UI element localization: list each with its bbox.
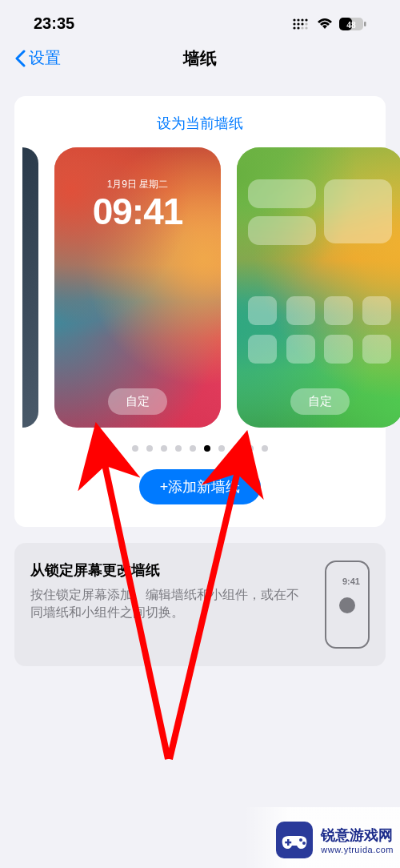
svg-point-1 bbox=[297, 18, 299, 21]
help-title: 从锁定屏幕更改墙纸 bbox=[30, 561, 310, 580]
preview-home[interactable]: 自定 bbox=[237, 147, 400, 428]
wallpaper-carousel[interactable]: 1月9日 星期二 09:41 自定 自定 bbox=[14, 147, 386, 428]
lock-date: 1月9日 星期二 bbox=[54, 178, 221, 191]
status-right: 48 bbox=[293, 18, 366, 30]
widget-large bbox=[324, 179, 392, 243]
battery-icon: 48 bbox=[339, 18, 366, 30]
widget-small bbox=[248, 179, 316, 208]
watermark-text: 锐意游戏网 www.ytruida.com bbox=[321, 826, 394, 854]
app-icon bbox=[286, 335, 315, 364]
lock-time: 09:41 bbox=[54, 193, 221, 230]
app-icon bbox=[248, 335, 277, 364]
svg-rect-14 bbox=[364, 22, 366, 26]
svg-point-11 bbox=[305, 26, 307, 29]
dot[interactable] bbox=[262, 445, 268, 452]
svg-point-10 bbox=[301, 26, 303, 29]
dot[interactable] bbox=[175, 445, 182, 452]
battery-level: 48 bbox=[346, 19, 356, 29]
svg-point-9 bbox=[297, 26, 299, 29]
dot[interactable] bbox=[218, 445, 225, 452]
svg-point-5 bbox=[297, 22, 299, 25]
back-button[interactable]: 设置 bbox=[14, 47, 61, 69]
svg-point-18 bbox=[302, 842, 306, 845]
app-icon bbox=[324, 335, 353, 364]
wallpaper-card: 设为当前墙纸 1月9日 星期二 09:41 自定 bbox=[14, 96, 386, 527]
svg-point-0 bbox=[293, 18, 295, 21]
app-icon bbox=[286, 296, 315, 325]
preview-prev-peek[interactable] bbox=[22, 147, 38, 428]
home-widgets bbox=[248, 179, 392, 245]
dot[interactable] bbox=[247, 445, 254, 452]
page-title: 墙纸 bbox=[183, 47, 217, 70]
signal-icon bbox=[293, 18, 310, 30]
chevron-left-icon bbox=[14, 50, 26, 67]
status-bar: 23:35 48 bbox=[0, 0, 400, 38]
svg-point-3 bbox=[305, 18, 307, 21]
wifi-icon bbox=[317, 18, 333, 30]
svg-rect-20 bbox=[286, 842, 292, 844]
lock-info: 1月9日 星期二 09:41 bbox=[54, 178, 221, 230]
watermark-logo-icon bbox=[276, 822, 313, 858]
svg-point-17 bbox=[299, 838, 302, 842]
status-time: 23:35 bbox=[34, 14, 74, 33]
help-description: 按住锁定屏幕添加、编辑墙纸和小组件，或在不同墙纸和小组件之间切换。 bbox=[30, 586, 310, 622]
home-icon-grid bbox=[248, 296, 392, 364]
watermark-name: 锐意游戏网 bbox=[321, 826, 394, 845]
dot-active[interactable] bbox=[204, 445, 210, 452]
dot[interactable] bbox=[233, 445, 239, 452]
app-icon bbox=[362, 296, 391, 325]
dot[interactable] bbox=[161, 445, 167, 452]
phone-illustration-dot bbox=[339, 597, 355, 613]
help-card: 从锁定屏幕更改墙纸 按住锁定屏幕添加、编辑墙纸和小组件，或在不同墙纸和小组件之间… bbox=[14, 543, 386, 666]
svg-point-4 bbox=[293, 22, 295, 25]
set-current-button[interactable]: 设为当前墙纸 bbox=[14, 114, 386, 133]
svg-point-6 bbox=[301, 22, 303, 25]
dot[interactable] bbox=[132, 445, 138, 452]
dot[interactable] bbox=[146, 445, 153, 452]
watermark: 锐意游戏网 www.ytruida.com bbox=[244, 807, 400, 868]
widget-small bbox=[248, 216, 316, 245]
phone-illustration-icon: 9:41 bbox=[325, 561, 370, 649]
back-label: 设置 bbox=[29, 47, 61, 69]
page-dots[interactable] bbox=[14, 445, 386, 452]
svg-point-7 bbox=[305, 22, 307, 25]
preview-lockscreen[interactable]: 1月9日 星期二 09:41 自定 bbox=[54, 147, 221, 428]
svg-point-8 bbox=[293, 26, 295, 29]
customize-home-button[interactable]: 自定 bbox=[290, 388, 350, 415]
app-icon bbox=[324, 296, 353, 325]
nav-bar: 设置 墙纸 bbox=[0, 38, 400, 82]
app-icon bbox=[248, 296, 277, 325]
customize-lock-button[interactable]: 自定 bbox=[108, 388, 167, 415]
help-text: 从锁定屏幕更改墙纸 按住锁定屏幕添加、编辑墙纸和小组件，或在不同墙纸和小组件之间… bbox=[30, 561, 310, 649]
watermark-url: www.ytruida.com bbox=[321, 845, 394, 854]
app-icon bbox=[362, 335, 391, 364]
add-wallpaper-button[interactable]: +添加新墙纸 bbox=[139, 469, 262, 504]
dot[interactable] bbox=[190, 445, 196, 452]
svg-point-2 bbox=[301, 18, 303, 21]
phone-illustration-time: 9:41 bbox=[342, 577, 360, 586]
